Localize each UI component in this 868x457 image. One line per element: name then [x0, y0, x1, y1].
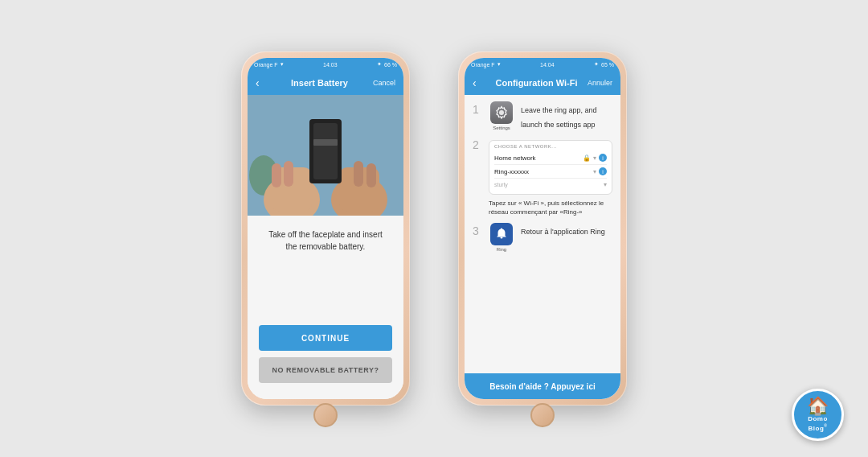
cancel-button[interactable]: Cancel	[367, 79, 395, 87]
home-network-name: Home network	[494, 154, 583, 162]
info-icon-home[interactable]: i	[599, 154, 607, 162]
domo-line1: Domo	[808, 415, 828, 422]
svg-rect-15	[501, 228, 502, 230]
help-button[interactable]: Besoin d'aide ? Appuyez ici	[465, 373, 620, 399]
cancel-button-2[interactable]: Annuler	[584, 79, 612, 87]
time-text: 14:03	[323, 62, 338, 68]
domo-badge: 🏠 Domo Blog®	[792, 389, 844, 441]
phone-2-nav-bar: ‹ Configuration Wi-Fi Annuler	[465, 71, 620, 95]
network-card-title: CHOOSE A NETWORK...	[494, 144, 607, 149]
nav-title-2: Configuration Wi-Fi	[489, 78, 584, 88]
ring-icon	[490, 223, 513, 245]
phone-1: Orange F ▾ 14:03 ✦ 66 % ‹ Insert Battery…	[241, 51, 410, 406]
ring-network-name: Ring-xxxxxx	[494, 168, 593, 175]
home-button-2[interactable]	[530, 403, 555, 427]
back-icon-2[interactable]: ‹	[473, 76, 489, 89]
step-3-text: Retour à l'application Ring	[521, 228, 605, 236]
step-2-content: CHOOSE A NETWORK... Home network 🔒 ▾ i	[489, 137, 612, 216]
wifi-extra: ▾	[604, 181, 607, 188]
step-2-number: 2	[473, 138, 482, 151]
svg-rect-8	[313, 139, 338, 146]
time-text-2: 14:04	[540, 62, 555, 68]
home-button-1[interactable]	[313, 403, 338, 427]
svg-rect-11	[354, 161, 363, 187]
ring-label: Ring	[497, 247, 506, 252]
svg-rect-7	[313, 123, 338, 179]
info-icon-ring[interactable]: i	[599, 167, 607, 175]
domo-line2: Blog	[809, 424, 825, 431]
step-2: 2 CHOOSE A NETWORK... Home network 🔒 ▾	[473, 137, 612, 216]
settings-label: Settings	[493, 126, 510, 130]
lock-icon: 🔒	[583, 154, 591, 162]
step-1-number: 1	[473, 103, 482, 116]
phone-2-status-bar: Orange F ▾ 14:04 ✦ 65 %	[465, 58, 620, 71]
network-row-home[interactable]: Home network 🔒 ▾ i	[494, 151, 607, 165]
continue-button[interactable]: CONTINUE	[259, 325, 392, 351]
network-row-extra: sturly ▾	[494, 179, 607, 191]
battery-description: Take off the faceplate and insert the re…	[248, 216, 403, 317]
step-3-content: Retour à l'application Ring	[521, 223, 612, 237]
step-1-text: Leave the ring app, and launch the setti…	[521, 106, 597, 129]
extra-network-name: sturly	[494, 182, 508, 187]
back-icon[interactable]: ‹	[256, 76, 272, 89]
battery-illustration	[248, 95, 403, 216]
carrier-text-2: Orange F	[471, 62, 495, 68]
svg-rect-9	[272, 163, 281, 187]
phone-1-screen: Orange F ▾ 14:03 ✦ 66 % ‹ Insert Battery…	[248, 58, 403, 399]
phone-1-status-bar: Orange F ▾ 14:03 ✦ 66 %	[248, 58, 403, 71]
svg-rect-14	[501, 237, 503, 239]
bluetooth-icon: ✦	[377, 61, 382, 68]
domo-house-icon: 🏠	[807, 397, 829, 415]
step-2-description: Tapez sur « Wi-Fi », puis sélectionnez l…	[489, 199, 612, 216]
svg-point-13	[499, 110, 504, 115]
step-1-content: Leave the ring app, and launch the setti…	[521, 101, 612, 130]
network-card: CHOOSE A NETWORK... Home network 🔒 ▾ i	[489, 140, 612, 195]
battery-pct: 66 %	[384, 62, 397, 68]
carrier-text: Orange F	[254, 62, 278, 68]
wifi-icon-ring: ▾	[593, 168, 596, 175]
battery-pct-2: 65 %	[601, 62, 614, 68]
domo-sub: ®	[824, 423, 827, 428]
no-battery-button[interactable]: NO REMOVABLE BATTERY?	[259, 357, 392, 383]
phone-2-content: 1 Settings Lea	[465, 95, 620, 399]
step-3-number: 3	[473, 224, 482, 237]
wifi-icon-2: ▾	[497, 61, 501, 68]
step-3: 3 Ring	[473, 223, 612, 252]
step-list: 1 Settings Lea	[465, 95, 620, 373]
svg-rect-12	[366, 163, 376, 187]
wifi-icon: ▾	[280, 61, 284, 68]
settings-icon	[490, 101, 513, 124]
phones-container: Orange F ▾ 14:03 ✦ 66 % ‹ Insert Battery…	[241, 51, 627, 406]
step-1: 1 Settings Lea	[473, 101, 612, 130]
phone-2-screen: Orange F ▾ 14:04 ✦ 65 % ‹ Configuration …	[465, 58, 620, 399]
phone-2: Orange F ▾ 14:04 ✦ 65 % ‹ Configuration …	[458, 51, 627, 406]
wifi-icon-home: ▾	[593, 154, 596, 162]
phone-1-content: Take off the faceplate and insert the re…	[248, 95, 403, 399]
phone-1-nav-bar: ‹ Insert Battery Cancel	[248, 71, 403, 95]
network-row-ring[interactable]: Ring-xxxxxx ▾ i	[494, 165, 607, 179]
nav-title: Insert Battery	[272, 78, 367, 88]
svg-rect-10	[284, 161, 293, 187]
bluetooth-icon-2: ✦	[594, 61, 599, 68]
phone-1-buttons: CONTINUE NO REMOVABLE BATTERY?	[248, 317, 403, 399]
battery-image	[248, 95, 403, 216]
